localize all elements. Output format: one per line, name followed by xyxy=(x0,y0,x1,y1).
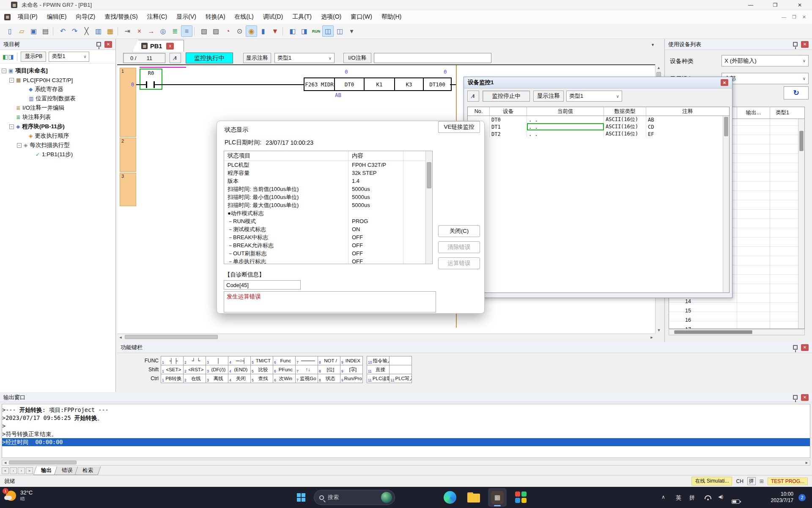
tree-expander-icon[interactable]: − xyxy=(2,69,6,73)
tree-expander-icon[interactable]: − xyxy=(9,124,14,129)
instruction-cell[interactable]: K3 xyxy=(394,78,423,90)
function-key[interactable]: 4(END) xyxy=(228,365,251,374)
toolbar-icon[interactable]: ▨ xyxy=(210,25,222,37)
menu-item[interactable]: 查找/替换(S) xyxy=(100,10,143,24)
toolbar-icon[interactable]: ⊙ xyxy=(234,25,245,37)
cell-value[interactable]: . . xyxy=(527,130,604,138)
toolbar-icon[interactable]: ▧ xyxy=(198,25,210,37)
tab-nav-icon[interactable]: › xyxy=(18,467,25,474)
monitor-row[interactable]: DT1 . . ASCII(16位) CD xyxy=(468,123,729,130)
scrollbar-thumb[interactable] xyxy=(427,162,431,188)
keyboard-icon[interactable]: ⊞ xyxy=(760,478,764,484)
toolbar-icon[interactable]: ▼ xyxy=(269,25,281,37)
type-combo[interactable]: 类型1∨ xyxy=(566,91,622,102)
notification-badge[interactable]: 2 xyxy=(798,494,806,501)
taskbar-fpwin-icon[interactable]: ▦ xyxy=(488,488,507,507)
tab-strip-chevron-icon[interactable]: ▼ xyxy=(651,43,655,47)
close-icon[interactable]: ✕ xyxy=(801,394,809,401)
status-list[interactable]: 状态项目 内容 PLC机型 FP0H C32T/P 程序容量 32k STEP … xyxy=(224,151,433,264)
tab-nav-icon[interactable]: « xyxy=(2,467,9,474)
function-key[interactable]: 11PLC读取 xyxy=(367,374,390,383)
menu-item[interactable]: 项目(P) xyxy=(13,10,42,24)
tree-item[interactable]: ◈ 更改执行顺序 xyxy=(0,131,115,141)
function-key[interactable] xyxy=(389,356,412,365)
refresh-button[interactable]: ↻ xyxy=(784,86,809,99)
toolbar-icon[interactable]: ▤ xyxy=(40,25,51,37)
close-icon[interactable]: ✕ xyxy=(721,79,728,86)
toolbar-icon[interactable]: ▾ xyxy=(346,25,357,37)
tree-item[interactable]: ≣ 块注释列表 xyxy=(0,113,115,122)
output-tab[interactable]: 检索 xyxy=(75,467,101,475)
toolbar-icon[interactable]: ▦ xyxy=(104,25,116,37)
function-key[interactable]: 4─○┤ xyxy=(228,356,251,365)
ladder-cursor[interactable]: R0 xyxy=(140,69,162,90)
menu-item[interactable]: 编辑(E) xyxy=(42,10,71,24)
clock[interactable]: 10:00 2023/7/17 xyxy=(754,491,793,504)
tree-filter-icon[interactable]: ◧◨ xyxy=(3,53,14,60)
tray-chevron-icon[interactable]: ∧ xyxy=(661,494,665,500)
scrollbar-thumb[interactable] xyxy=(9,461,77,464)
monitor-vscrollbar[interactable] xyxy=(723,116,729,293)
taskbar-app-icon[interactable] xyxy=(512,488,530,507)
toolbar-icon[interactable]: ◫ xyxy=(334,25,346,37)
io-comment-button[interactable]: I/O注释 xyxy=(343,53,371,63)
tree-item[interactable]: − ◈ 程序块(PB-11步) xyxy=(0,122,115,131)
volume-icon[interactable]: ◀) xyxy=(718,494,723,500)
instruction-cell[interactable]: DT0 xyxy=(334,78,364,90)
tray-lang[interactable]: 英 xyxy=(676,494,681,502)
minimize-button[interactable]: — xyxy=(738,0,763,10)
menu-item[interactable]: 显示(V) xyxy=(172,10,201,24)
toolbar-icon[interactable]: ▯ xyxy=(4,25,16,37)
tree-expander-icon[interactable]: − xyxy=(9,78,14,83)
menu-item[interactable]: 选项(O) xyxy=(316,10,346,24)
pin-icon[interactable] xyxy=(96,42,101,47)
editor-hscrollbar[interactable]: ◄ ► xyxy=(117,334,655,340)
function-key[interactable]: 8[位] xyxy=(318,365,340,374)
function-key[interactable]: 1PB转换 xyxy=(161,374,184,383)
weather-widget[interactable]: 1 32°C 晴 xyxy=(3,489,33,502)
search-box[interactable]: 搜索 xyxy=(314,490,395,505)
rung-1-margin[interactable]: 1 0 xyxy=(120,68,136,137)
mdi-close-icon[interactable]: ✕ xyxy=(802,14,806,20)
function-key[interactable]: 6次Win xyxy=(273,374,296,383)
scrollbar-thumb[interactable] xyxy=(799,131,804,151)
function-key[interactable]: 4关闭 xyxy=(228,374,251,383)
rung-3-margin[interactable]: 3 xyxy=(120,173,136,206)
cell-value[interactable]: . . xyxy=(527,116,604,123)
instruction-cell[interactable]: DT100 xyxy=(423,78,451,90)
scrollbar-thumb[interactable] xyxy=(125,335,218,339)
toolbar-icon[interactable]: ▣ xyxy=(28,25,39,37)
function-key[interactable]: 7↑↓ xyxy=(295,365,318,374)
function-key[interactable]: 5查找 xyxy=(250,374,273,383)
device-table-hscrollbar[interactable] xyxy=(669,329,805,335)
tree-type-combo[interactable]: 类型1∨ xyxy=(49,52,89,62)
function-key[interactable]: 10指令输入 xyxy=(367,356,390,365)
toolbar-icon[interactable]: ≣ xyxy=(169,25,181,37)
close-button[interactable]: ✕ xyxy=(787,0,812,10)
toolbar-icon[interactable]: ▱ xyxy=(16,25,27,37)
tree-item[interactable]: − ▣ 项目[未命名] xyxy=(0,66,115,75)
tree-item[interactable]: ≣ I/O注释一并编辑 xyxy=(0,103,115,113)
tree-item[interactable]: ▥ 位置控制数据表 xyxy=(0,94,115,103)
instruction-cell[interactable]: F263 MIDR xyxy=(304,78,334,90)
menu-item[interactable]: 窗口(W) xyxy=(346,10,377,24)
monitor-state-button[interactable]: 监控停止中 xyxy=(483,91,530,102)
cell-value[interactable]: . . xyxy=(527,123,604,130)
function-key[interactable]: 2在线 xyxy=(183,374,206,383)
toolbar-icon[interactable]: × xyxy=(134,25,145,37)
close-icon[interactable]: ✕ xyxy=(104,41,112,48)
tab-pb1[interactable]: ▦ PB1 x xyxy=(132,40,184,52)
pin-icon[interactable] xyxy=(793,345,798,350)
scrollbar-thumb[interactable] xyxy=(724,117,728,136)
menu-item[interactable]: 在线(L) xyxy=(230,10,258,24)
toolbar-icon[interactable]: ◉ xyxy=(246,25,257,37)
dialog-button[interactable]: 运算错误 xyxy=(438,257,480,269)
toolbar-icon[interactable] xyxy=(53,27,56,36)
dialog-button[interactable]: VE链接监控 xyxy=(438,121,480,133)
function-key[interactable]: 9[字] xyxy=(340,365,363,374)
function-key[interactable]: 1┤ ├ xyxy=(161,356,184,365)
mdi-restore-icon[interactable]: ❐ xyxy=(792,14,796,20)
function-key[interactable]: 9INDEX xyxy=(340,356,363,365)
function-key[interactable]: 2┘ └ xyxy=(183,356,206,365)
output-log[interactable]: >--- 开始转换: 项目:FPProject --- >2023/07/17 … xyxy=(2,404,810,458)
